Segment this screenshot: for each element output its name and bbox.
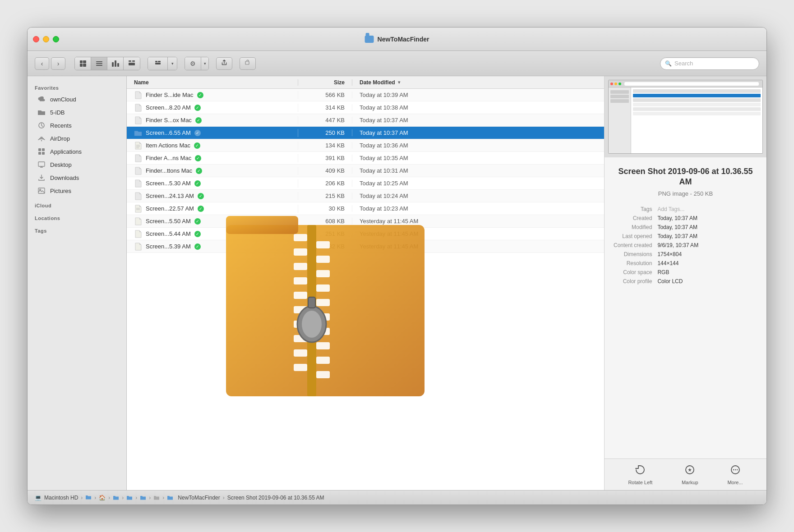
owncloud-label: ownCloud (50, 96, 76, 103)
statusbar: 💻 Macintosh HD › › 🏠 › › › › › NewTo (28, 490, 766, 504)
hd-label: Macintosh HD (44, 495, 78, 501)
sidebar-item-desktop[interactable]: Desktop (30, 158, 124, 171)
breadcrumb-item (153, 495, 160, 500)
5idb-label: 5-iDB (50, 109, 65, 116)
group-by-dropdown[interactable]: ▾ (168, 57, 177, 70)
svg-rect-31 (316, 284, 330, 292)
file-date: Today at 10:24 AM (352, 193, 604, 199)
file-name: Screen...8.20 AM (146, 104, 191, 111)
file-row-name: Screen...5.39 AM ✓ (127, 243, 298, 251)
table-row[interactable]: Screen...22.57 AM ✓ 30 KB Today at 10:23… (127, 202, 604, 215)
file-date: Yesterday at 11:45 AM (352, 230, 604, 237)
list-view-button[interactable] (91, 57, 107, 70)
gallery-view-button[interactable] (124, 57, 140, 70)
back-icon: ‹ (41, 60, 43, 67)
file-size: 251 KB (298, 230, 352, 237)
file-date: Yesterday at 11:45 AM (352, 243, 604, 250)
sidebar-item-recents[interactable]: Recents (30, 119, 124, 132)
forward-button[interactable]: › (51, 57, 65, 70)
table-row[interactable]: Finder A...ns Mac ✓ 391 KB Today at 10:3… (127, 152, 604, 165)
table-row[interactable]: Screen...5.30 AM ✓ 206 KB Today at 10:25… (127, 177, 604, 190)
file-name: Item Actions Mac (146, 142, 190, 149)
maximize-button[interactable] (53, 36, 59, 42)
resolution-label: Resolution (614, 260, 652, 266)
sync-status-icon: ✓ (194, 218, 201, 225)
preview-filename: Screen Shot 2019-09-06 at 10.36.55 AM (614, 166, 757, 188)
airdrop-icon (37, 134, 46, 142)
svg-rect-22 (294, 292, 307, 299)
file-row-name: Screen...5.50 AM ✓ (127, 217, 298, 225)
file-row-name: Screen...8.20 AM ✓ (127, 104, 298, 112)
preview-thumbnail (605, 76, 766, 157)
breadcrumb-sep: › (149, 495, 151, 501)
columns-icon (112, 60, 119, 67)
grid-view-button[interactable] (75, 57, 91, 70)
svg-rect-30 (316, 270, 330, 277)
preview-metadata: Tags Add Tags... Created Today, 10:37 AM… (614, 206, 757, 284)
share-button[interactable] (216, 57, 232, 70)
modified-label: Modified (614, 224, 652, 230)
sidebar-item-downloads[interactable]: Downloads (30, 171, 124, 184)
5idb-folder-icon (37, 108, 46, 116)
file-type-icon (134, 167, 142, 175)
resolution-value: 144×144 (657, 260, 757, 266)
table-row[interactable]: Screen...8.20 AM ✓ 314 KB Today at 10:38… (127, 101, 604, 114)
gear-dropdown[interactable]: ▾ (201, 57, 208, 70)
file-date: Today at 10:39 AM (352, 92, 604, 98)
locations-header: Locations (28, 210, 126, 223)
table-row[interactable]: Screen...6.55 AM ✓ 250 KB Today at 10:37… (127, 127, 604, 139)
color-space-label: Color space (614, 269, 652, 275)
col-date-header[interactable]: Date Modified ▾ (352, 79, 604, 86)
sidebar-item-owncloud[interactable]: ownCloud (30, 93, 124, 105)
toolbar: ‹ › (28, 51, 766, 76)
sidebar-item-applications[interactable]: Applications (30, 145, 124, 158)
file-type-icon (134, 179, 142, 188)
table-row[interactable]: Finder S...ide Mac ✓ 566 KB Today at 10:… (127, 89, 604, 101)
sync-status-icon: ✓ (194, 243, 201, 250)
table-row[interactable]: Screen...5.50 AM ✓ 608 KB Yesterday at 1… (127, 215, 604, 228)
more-button[interactable]: More... (727, 464, 743, 485)
col-name-header[interactable]: Name (127, 79, 298, 86)
sidebar-item-5idb[interactable]: 5-iDB (30, 106, 124, 119)
svg-rect-25 (294, 335, 307, 342)
sort-arrow-icon: ▾ (398, 80, 400, 85)
table-row[interactable]: Screen...5.39 AM ✓ 82 KB Yesterday at 11… (127, 240, 604, 253)
search-box[interactable]: 🔍 Search (660, 57, 759, 70)
sync-status-icon: ✓ (194, 130, 201, 136)
svg-rect-36 (316, 357, 330, 364)
table-row[interactable]: Finder...ttons Mac ✓ 409 KB Today at 10:… (127, 165, 604, 177)
sidebar-item-pictures[interactable]: Pictures (30, 184, 124, 197)
current-file-crumb: Screen Shot 2019-09-06 at 10.36.55 AM (227, 495, 324, 501)
column-view-button[interactable] (107, 57, 124, 70)
minimize-button[interactable] (43, 36, 49, 42)
markup-button[interactable]: Markup (682, 464, 698, 485)
recents-label: Recents (50, 122, 72, 129)
file-type-icon (134, 205, 142, 213)
close-button[interactable] (33, 36, 39, 42)
gear-button[interactable]: ⚙ (185, 57, 201, 70)
rotate-left-button[interactable]: Rotate Left (628, 464, 652, 485)
back-button[interactable]: ‹ (35, 57, 49, 70)
col-size-header[interactable]: Size (298, 79, 352, 86)
file-name: Screen...5.30 AM (146, 180, 191, 187)
group-main-icon[interactable] (148, 57, 168, 70)
svg-rect-6 (42, 152, 45, 155)
table-row[interactable]: Item Actions Mac ✓ 134 KB Today at 10:36… (127, 139, 604, 152)
sync-status-icon: ✓ (194, 142, 200, 149)
dimensions-value: 1754×804 (657, 251, 757, 257)
sidebar-item-airdrop[interactable]: AirDrop (30, 132, 124, 145)
tag-button[interactable] (240, 57, 256, 70)
file-size: 447 KB (298, 117, 352, 124)
breadcrumb-sep: › (135, 495, 137, 501)
table-row[interactable]: Screen...5.44 AM ✓ 251 KB Yesterday at 1… (127, 228, 604, 240)
file-row-name: Finder S...ide Mac ✓ (127, 91, 298, 99)
tags-value[interactable]: Add Tags... (657, 206, 757, 212)
preview-panel: Screen Shot 2019-09-06 at 10.36.55 AM PN… (604, 76, 766, 490)
file-size: 215 KB (298, 193, 352, 199)
table-row[interactable]: Finder S...ox Mac ✓ 447 KB Today at 10:3… (127, 114, 604, 127)
table-row[interactable]: Screen...24.13 AM ✓ 215 KB Today at 10:2… (127, 190, 604, 202)
list-icon (96, 61, 102, 66)
forward-icon: › (57, 60, 60, 67)
file-name: Screen...5.39 AM (146, 243, 191, 250)
markup-icon (684, 464, 695, 478)
